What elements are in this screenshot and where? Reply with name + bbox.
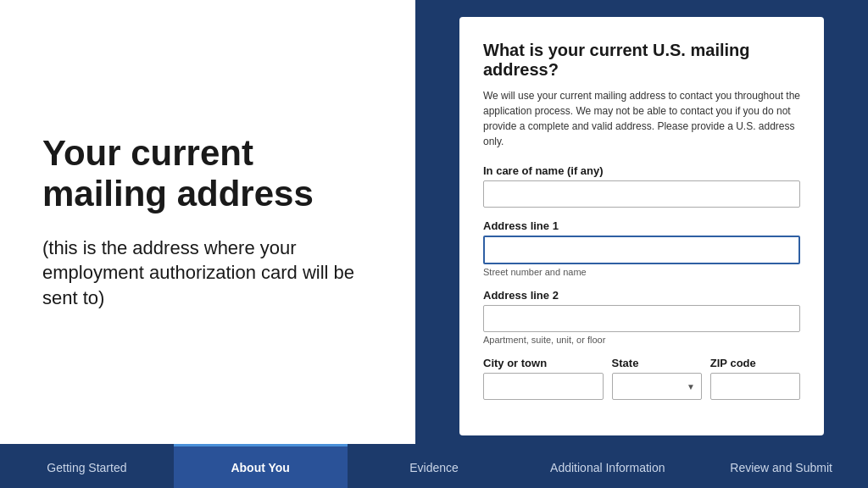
nav-getting-started-label: Getting Started [47,461,126,474]
city-label: City or town [483,357,604,369]
bottom-nav: Getting Started About You Evidence Addit… [0,444,868,488]
city-state-zip-row: City or town State AL AK AZ CA CO FL [483,357,800,412]
care-of-name-label: In care of name (if any) [483,164,800,177]
nav-evidence-label: Evidence [409,461,459,474]
address-line1-input[interactable] [483,236,800,264]
state-select[interactable]: AL AK AZ CA CO FL NY TX [612,373,702,400]
nav-evidence[interactable]: Evidence [348,444,521,488]
main-area: Your current mailing address (this is th… [0,0,868,444]
state-select-wrapper: AL AK AZ CA CO FL NY TX [612,373,702,400]
city-group: City or town [483,357,604,400]
zip-group: ZIP code [710,357,800,400]
city-input[interactable] [483,373,604,400]
state-label: State [612,357,702,369]
page-heading: Your current mailing address [42,133,373,215]
address-line2-group: Address line 2 Apartment, suite, unit, o… [483,289,800,345]
address-line2-hint: Apartment, suite, unit, or floor [483,335,800,345]
nav-additional-information[interactable]: Additional Information [520,444,694,488]
nav-additional-information-label: Additional Information [550,461,665,474]
care-of-name-input[interactable] [483,180,800,208]
left-panel: Your current mailing address (this is th… [0,0,415,444]
form-title: What is your current U.S. mailing addres… [483,41,800,80]
care-of-name-group: In care of name (if any) [483,164,800,208]
nav-about-you-label: About You [231,461,289,474]
right-panel: What is your current U.S. mailing addres… [415,0,868,444]
address-line2-label: Address line 2 [483,289,800,302]
nav-review-and-submit-label: Review and Submit [730,461,832,474]
nav-about-you[interactable]: About You [174,444,348,488]
zip-label: ZIP code [710,357,800,369]
address-line1-label: Address line 1 [483,219,800,232]
page-subtext: (this is the address where your employme… [42,236,373,311]
nav-getting-started[interactable]: Getting Started [0,444,174,488]
address-line1-hint: Street number and name [483,267,800,277]
zip-input[interactable] [710,373,800,400]
address-line1-group: Address line 1 Street number and name [483,219,800,277]
address-line2-input[interactable] [483,305,800,332]
form-description: We will use your current mailing address… [483,88,800,149]
form-card: What is your current U.S. mailing addres… [459,17,824,435]
state-group: State AL AK AZ CA CO FL NY TX [612,357,702,400]
nav-review-and-submit[interactable]: Review and Submit [694,444,868,488]
